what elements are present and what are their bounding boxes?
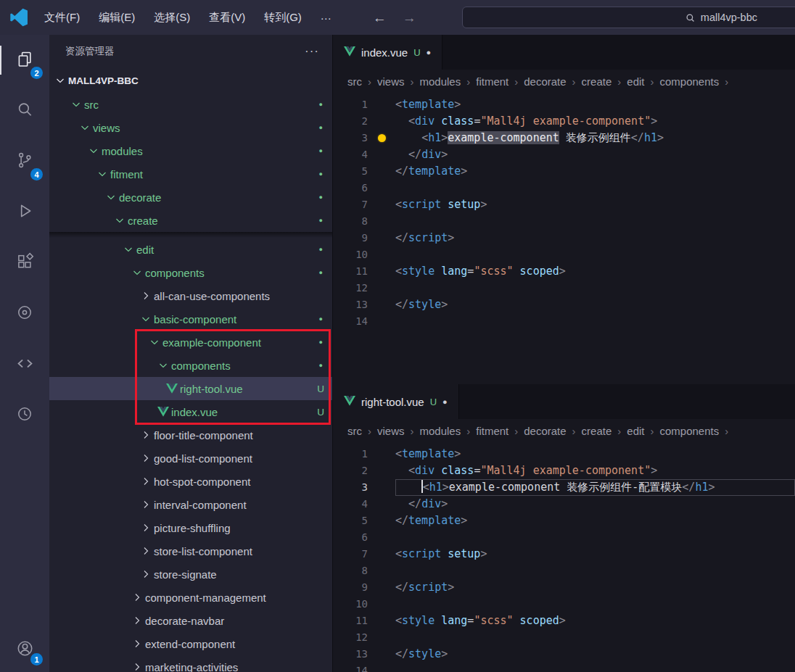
tree-item-interval-component[interactable]: interval-component xyxy=(49,493,332,516)
breadcrumb-item[interactable]: decorate xyxy=(524,425,566,437)
code-line-10[interactable]: 10 xyxy=(333,246,795,263)
tree-item-edit[interactable]: edit● xyxy=(49,238,332,261)
tree-item-hot-spot-component[interactable]: hot-spot-component xyxy=(49,470,332,493)
line-number: 1 xyxy=(333,96,368,113)
menu-file[interactable]: 文件(F) xyxy=(35,7,89,28)
activitybar-accounts[interactable]: 1 xyxy=(0,627,49,672)
code-line-12[interactable]: 12 xyxy=(333,280,795,296)
breadcrumb-item[interactable]: components xyxy=(660,75,720,88)
tab-right-tool.vue[interactable]: right-tool.vueU● xyxy=(333,384,459,419)
tree-item-fitment[interactable]: fitment● xyxy=(49,162,332,186)
breadcrumb-item[interactable]: views xyxy=(377,75,405,88)
lightbulb-icon[interactable] xyxy=(368,130,395,146)
tree-item-views[interactable]: views● xyxy=(49,116,332,139)
breadcrumb-item[interactable]: edit xyxy=(627,75,644,88)
activitybar-code-tags[interactable] xyxy=(0,339,49,390)
breadcrumb-item[interactable]: src xyxy=(347,425,362,437)
tree-item-decorate[interactable]: decorate● xyxy=(49,186,332,209)
menu-selection[interactable]: 选择(S) xyxy=(144,7,199,28)
code-line-2[interactable]: 2 <div class="Mall4j example-component"> xyxy=(333,462,795,479)
tree-item-good-list-component[interactable]: good-list-component xyxy=(49,447,332,470)
tab-index.vue[interactable]: index.vueU● xyxy=(333,35,442,70)
breadcrumb-item[interactable]: create xyxy=(582,75,612,88)
code-line-6[interactable]: 6 xyxy=(333,529,795,546)
menu-view[interactable]: 查看(V) xyxy=(199,7,255,28)
workspace-section-header[interactable]: MALL4VP-BBC xyxy=(49,68,332,93)
breadcrumb-item[interactable]: modules xyxy=(420,75,461,88)
breadcrumb-item[interactable]: src xyxy=(347,75,362,88)
code-line-9[interactable]: 9</script> xyxy=(333,579,795,596)
tree-item-store-signate[interactable]: store-signate xyxy=(49,563,332,586)
tree-item-components[interactable]: components● xyxy=(49,354,332,377)
tree-item-index.vue[interactable]: index.vueU xyxy=(49,400,332,423)
code-line-14[interactable]: 14 xyxy=(333,663,795,672)
code-line-14[interactable]: 14 xyxy=(333,313,795,330)
search-icon xyxy=(15,100,34,122)
nav-back-icon[interactable]: ← xyxy=(373,11,387,25)
activitybar-clock[interactable] xyxy=(0,390,49,441)
code-line-4[interactable]: 4 </div> xyxy=(333,146,795,163)
code-line-3[interactable]: 3 <h1>example-component 装修示例组件</h1> xyxy=(333,130,795,146)
activitybar-source-control[interactable]: 4 xyxy=(0,136,49,187)
code-line-7[interactable]: 7<script setup> xyxy=(333,196,795,213)
activitybar-references[interactable] xyxy=(0,289,49,339)
code-editor-top[interactable]: 1<template>2 <div class="Mall4j example-… xyxy=(333,93,795,384)
code-line-3[interactable]: 3 <h1>example-component 装修示例组件-配置模块</h1> xyxy=(333,479,795,496)
breadcrumb-item[interactable]: modules xyxy=(420,425,461,437)
breadcrumb-item[interactable]: edit xyxy=(627,425,644,437)
code-line-4[interactable]: 4 </div> xyxy=(333,496,795,513)
tree-item-extend-component[interactable]: extend-component xyxy=(49,632,332,655)
tree-item-decorate-navbar[interactable]: decorate-navbar xyxy=(49,609,332,632)
code-line-12[interactable]: 12 xyxy=(333,629,795,646)
code-editor-bottom[interactable]: 1<template>2 <div class="Mall4j example-… xyxy=(333,442,795,672)
code-line-5[interactable]: 5</template> xyxy=(333,163,795,180)
sidebar-more-actions[interactable]: ··· xyxy=(305,44,319,59)
activitybar-explorer[interactable]: 2 xyxy=(0,35,49,86)
tree-item-store-list-component[interactable]: store-list-component xyxy=(49,539,332,563)
code-line-10[interactable]: 10 xyxy=(333,596,795,613)
activitybar-run-debug[interactable] xyxy=(0,187,49,238)
code-line-13[interactable]: 13</style> xyxy=(333,296,795,313)
breadcrumb-item[interactable]: fitment xyxy=(476,75,508,88)
tree-item-picture-shuffling[interactable]: picture-shuffling xyxy=(49,516,332,539)
code-line-1[interactable]: 1<template> xyxy=(333,446,795,462)
breadcrumb-item[interactable]: components xyxy=(660,425,720,437)
command-center-search[interactable]: mall4vp-bbc xyxy=(462,7,795,28)
tree-item-basic-component[interactable]: basic-component● xyxy=(49,307,332,331)
code-line-13[interactable]: 13</style> xyxy=(333,646,795,663)
activitybar-search[interactable] xyxy=(0,86,49,136)
tree-item-src[interactable]: src● xyxy=(49,93,332,116)
tree-item-components[interactable]: components● xyxy=(49,261,332,284)
breadcrumb-item[interactable]: views xyxy=(377,425,405,437)
breadcrumb-item[interactable]: decorate xyxy=(524,75,566,88)
code-text: </div> xyxy=(395,146,795,163)
menu-edit[interactable]: 编辑(E) xyxy=(89,7,144,28)
menu-more[interactable]: ··· xyxy=(311,8,341,28)
tree-item-create[interactable]: create● xyxy=(49,209,332,232)
glyph-margin xyxy=(368,163,395,180)
menu-goto[interactable]: 转到(G) xyxy=(255,7,311,28)
code-line-1[interactable]: 1<template> xyxy=(333,96,795,113)
breadcrumb-item[interactable]: create xyxy=(582,425,612,437)
code-line-8[interactable]: 8 xyxy=(333,213,795,230)
code-line-11[interactable]: 11<style lang="scss" scoped> xyxy=(333,613,795,629)
code-line-8[interactable]: 8 xyxy=(333,563,795,579)
code-line-2[interactable]: 2 <div class="Mall4j example-component"> xyxy=(333,113,795,130)
tree-item-modules[interactable]: modules● xyxy=(49,139,332,162)
code-line-5[interactable]: 5</template> xyxy=(333,513,795,529)
code-line-6[interactable]: 6 xyxy=(333,180,795,196)
dirty-indicator-icon[interactable]: ● xyxy=(427,48,432,57)
tree-item-marketing-activities[interactable]: marketing-activities xyxy=(49,655,332,672)
tree-item-example-component[interactable]: example-component● xyxy=(49,331,332,354)
code-line-11[interactable]: 11<style lang="scss" scoped> xyxy=(333,263,795,280)
tree-item-all-can-use-components[interactable]: all-can-use-components xyxy=(49,284,332,307)
dirty-indicator-icon[interactable]: ● xyxy=(442,397,448,406)
code-line-7[interactable]: 7<script setup> xyxy=(333,546,795,563)
tree-item-component-management[interactable]: component-management xyxy=(49,586,332,609)
breadcrumb-item[interactable]: fitment xyxy=(476,425,508,437)
nav-forward-icon[interactable]: → xyxy=(403,11,416,25)
tree-item-right-tool.vue[interactable]: right-tool.vueU xyxy=(49,377,332,400)
tree-item-floor-title-component[interactable]: floor-title-component xyxy=(49,423,332,447)
activitybar-extensions[interactable] xyxy=(0,238,49,289)
code-line-9[interactable]: 9</script> xyxy=(333,230,795,246)
